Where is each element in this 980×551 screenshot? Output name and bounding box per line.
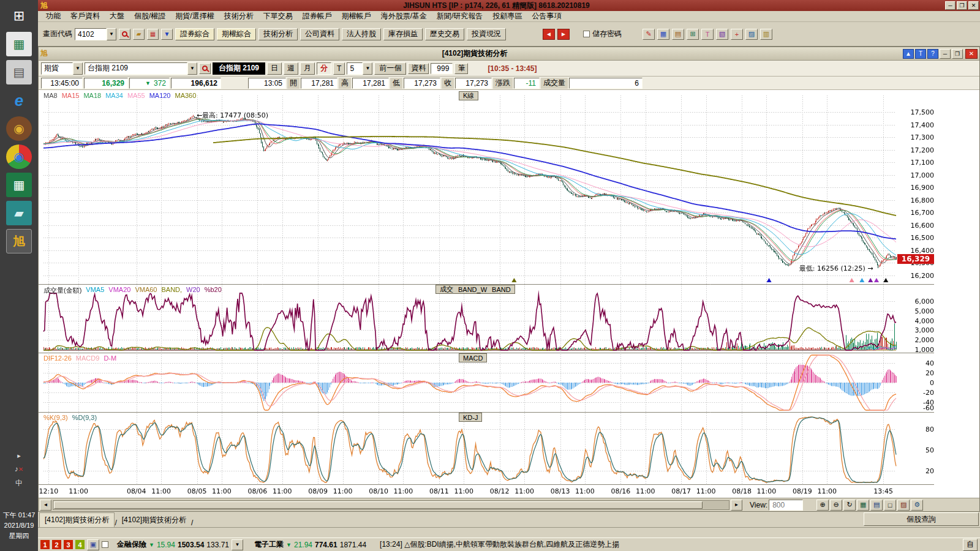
sector-select-dropdown[interactable]: ▼ — [232, 539, 243, 550]
market-value[interactable]: 期貨 — [41, 62, 73, 75]
toolbar-button-portfolio[interactable]: 投資現況 — [467, 28, 506, 40]
scrollbar-thumb[interactable] — [54, 501, 703, 509]
interval-select[interactable]: 5 ▼ — [347, 62, 372, 75]
zoom-in-icon[interactable]: ⊕ — [816, 500, 829, 511]
previous-button[interactable]: 前一個 — [374, 62, 406, 75]
kd-panel-title[interactable]: KD-J — [459, 413, 482, 422]
zoom-out-icon[interactable]: ⊖ — [830, 500, 842, 511]
grid-icon[interactable]: ▦ — [657, 29, 669, 40]
menu-item-order[interactable]: 下單交易 — [259, 12, 297, 21]
layout-icon[interactable]: ▧ — [716, 29, 728, 40]
menu-item-overseas[interactable]: 海外股票/基金 — [377, 12, 431, 21]
screen-code-value[interactable]: 4102 — [75, 28, 107, 40]
toolbar-button-institutional[interactable]: 法人持股 — [342, 28, 381, 40]
toolbar-button-technical[interactable]: 技術分析 — [258, 28, 298, 40]
chart-help-button[interactable]: ? — [927, 49, 938, 59]
kline-panel-title[interactable]: K線 — [459, 91, 478, 100]
jihsun-app-icon[interactable]: 旭 — [6, 229, 32, 253]
period-tick-button[interactable]: T — [333, 62, 345, 75]
pattern-icon[interactable]: ▨ — [897, 500, 910, 511]
vma60-legend[interactable]: VMA60 — [135, 286, 157, 295]
folder-icon[interactable]: ▰ — [6, 201, 32, 225]
auto-select-button-partial[interactable]: 自 — [963, 539, 978, 551]
printer-icon[interactable]: ▤ — [6, 60, 32, 84]
period-day-button[interactable]: 日 — [267, 62, 282, 75]
start-menu-icon[interactable]: ⊞ — [6, 4, 32, 28]
language-indicator[interactable]: 中 — [0, 476, 38, 490]
menu-item-news-research[interactable]: 新聞/研究報告 — [432, 12, 487, 21]
dm-legend[interactable]: D-M — [104, 354, 116, 362]
menu-item-function[interactable]: 功能 — [42, 12, 65, 21]
new-window-icon[interactable]: □ — [884, 500, 896, 511]
pb20-legend[interactable]: %b20 — [205, 286, 222, 295]
calendar-icon[interactable]: ▤ — [672, 29, 684, 40]
menu-item-securities-account[interactable]: 證券帳戶 — [298, 12, 336, 21]
menu-item-technical[interactable]: 技術分析 — [220, 12, 258, 21]
data-count[interactable]: 999 — [431, 63, 453, 74]
chevron-down-icon[interactable]: ▼ — [73, 62, 83, 75]
dropdown-button[interactable]: ▼ — [161, 29, 173, 40]
chart-up-button[interactable]: ▲ — [903, 49, 914, 59]
chart-close-button[interactable]: ✕ — [965, 49, 978, 59]
chevron-down-icon[interactable]: ▼ — [107, 28, 116, 40]
menu-item-announcements[interactable]: 公告事項 — [527, 12, 565, 21]
panel-layout-icon[interactable]: ▤ — [870, 500, 883, 511]
save-layout-icon[interactable]: ▣ — [87, 539, 99, 550]
news-ticker[interactable]: [13:24] △個股:BDI續揚,中航領軍帶動散裝族群台航,四維航及正德逆勢上… — [380, 539, 960, 550]
chart-maximize-button[interactable]: ❐ — [952, 49, 963, 59]
ma8-legend[interactable]: MA8 — [43, 92, 58, 99]
chart-mode-button[interactable]: ▦ — [147, 29, 159, 40]
page-2-button[interactable]: 2 — [52, 540, 61, 549]
w20-legend[interactable]: W20 — [186, 286, 200, 295]
d-legend[interactable]: %D(9,3) — [72, 414, 97, 421]
interval-value[interactable]: 5 — [347, 62, 363, 75]
grid-toggle-icon[interactable]: ▦ — [857, 500, 869, 511]
sector1-name[interactable]: 金融保險 — [117, 539, 146, 550]
nav-back-button[interactable]: ◄ — [543, 29, 555, 40]
chevron-down-icon[interactable]: ▼ — [363, 62, 372, 75]
period-minute-button[interactable]: 分 — [317, 62, 331, 75]
page-4-button[interactable]: 4 — [75, 540, 85, 549]
menu-item-customer[interactable]: 客戶資料 — [66, 12, 104, 21]
scrollbar-track[interactable] — [53, 500, 729, 510]
menu-item-market[interactable]: 大盤 — [105, 12, 129, 21]
copy-icon[interactable]: ▨ — [745, 29, 758, 40]
restore-button[interactable]: ❐ — [957, 1, 967, 10]
chart-text-tool-button[interactable]: T — [915, 49, 926, 59]
page-1-button[interactable]: 1 — [40, 540, 50, 549]
paint-icon[interactable]: ◉ — [6, 116, 32, 141]
toolbar-button-options[interactable]: 期權綜合 — [217, 28, 256, 40]
toolbar-button-history[interactable]: 歷史交易 — [425, 28, 464, 40]
ma18-legend[interactable]: MA18 — [83, 92, 101, 99]
period-week-button[interactable]: 週 — [284, 62, 298, 75]
window-icon[interactable]: ⊞ — [687, 29, 699, 40]
tab-chart-1[interactable]: [4102]期貨技術分析 — [39, 512, 115, 527]
volume-panel-title[interactable]: 成交 BAND_W BAND — [435, 285, 515, 294]
add-icon[interactable]: + — [731, 29, 743, 40]
folder-button[interactable]: ▰ — [133, 29, 145, 40]
scroll-right-button[interactable]: ► — [731, 500, 742, 511]
ma360-legend[interactable]: MA360 — [175, 92, 196, 99]
excel-icon[interactable]: ▦ — [6, 173, 32, 197]
screen-code-input[interactable]: 4102 ▼ — [75, 28, 116, 40]
spreadsheet-icon[interactable]: ▦ — [6, 32, 32, 56]
minimize-button[interactable]: ─ — [945, 1, 956, 10]
toolbar-button-inventory[interactable]: 庫存損益 — [383, 28, 423, 40]
volume-amount-legend[interactable]: 成交量(金額) — [43, 286, 81, 295]
symbol-select-value[interactable]: 台指期 2109 — [85, 62, 187, 75]
market-select[interactable]: 期貨 ▼ — [41, 62, 83, 75]
k-legend[interactable]: %K(9,3) — [43, 414, 68, 421]
chart-minimize-button[interactable]: ─ — [940, 49, 951, 59]
macd-panel-title[interactable]: MACD — [459, 353, 487, 362]
menu-item-stock-warrant[interactable]: 個股/權證 — [130, 12, 170, 21]
refresh-icon[interactable]: ↻ — [843, 500, 856, 511]
ie-icon[interactable]: e — [6, 88, 32, 113]
ma34-legend[interactable]: MA34 — [105, 92, 123, 99]
tab-chart-2[interactable]: [4102]期貨技術分析 — [117, 513, 191, 527]
toolbar-button-company[interactable]: 公司資料 — [300, 28, 339, 40]
save-password-checkbox[interactable] — [583, 31, 590, 37]
macd9-legend[interactable]: MACD9 — [76, 354, 100, 362]
symbol-select[interactable]: 台指期 2109 ▼ — [85, 62, 197, 75]
vma20-legend[interactable]: VMA20 — [108, 286, 130, 295]
view-count[interactable]: 800 — [769, 500, 803, 511]
